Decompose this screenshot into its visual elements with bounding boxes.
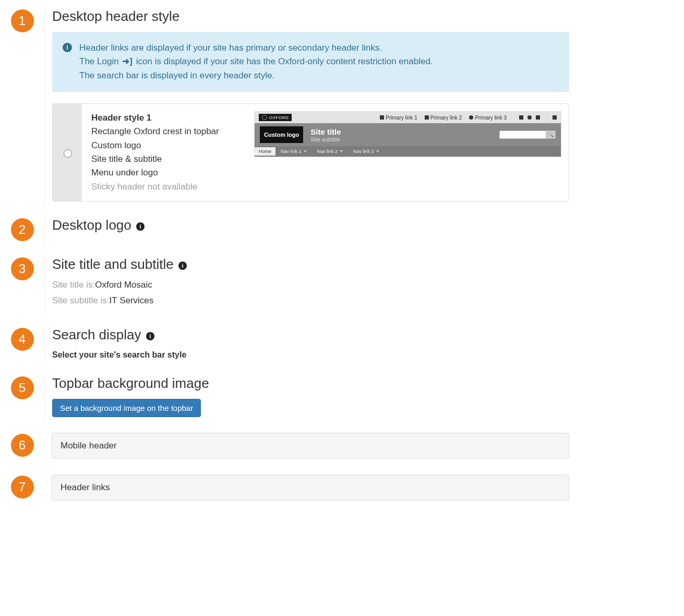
step-badge-6: 6	[11, 434, 34, 457]
alert-line-1: Header links are displayed if your site …	[79, 41, 433, 55]
oxford-crest: OXFORD	[259, 114, 292, 121]
step-badge-3: 3	[11, 257, 34, 280]
preview-site-subtitle: Site subtitle	[310, 136, 341, 143]
preview-site-title: Site title	[310, 127, 341, 136]
nav-link: Nav link 3	[348, 147, 385, 156]
primary-link-3: Primary link 3	[469, 115, 507, 121]
site-subtitle-row: Site subtitle is:IT Services	[52, 295, 569, 306]
login-preview-icon	[553, 115, 557, 120]
section-title-topbar-bg: Topbar background image	[52, 375, 569, 392]
site-title-row: Site title is:Oxford Mosaic	[52, 280, 569, 290]
option-title: Header style 1	[91, 111, 245, 125]
option-line: Menu under logo	[91, 166, 245, 180]
crest-icon	[262, 115, 267, 120]
nav-home: Home	[255, 147, 275, 156]
option-line: Site title & subtitle	[91, 152, 245, 166]
nav-link: Nav link 1	[275, 147, 312, 156]
nav-link: Nav link 2	[312, 147, 349, 156]
info-alert: i Header links are displayed if your sit…	[52, 32, 569, 92]
info-icon[interactable]: i	[136, 222, 145, 231]
header-style-1-radio[interactable]	[64, 149, 72, 158]
alert-line-2: The Login ➜] icon is displayed if your s…	[79, 55, 433, 68]
chevron-down-icon	[304, 150, 307, 152]
alert-line-3: The search bar is displayed in every hea…	[79, 69, 433, 82]
header-style-option-1[interactable]: Header style 1 Rectangle Oxford crest in…	[52, 103, 569, 202]
step-badge-2: 2	[11, 218, 34, 241]
option-line-muted: Sticky header not available	[91, 180, 245, 194]
search-help-text: Select your site's search bar style	[52, 350, 569, 360]
section-title-desktop-logo: Desktop logo i	[52, 217, 569, 233]
step-badge-4: 4	[11, 328, 34, 351]
section-title-desktop-header-style: Desktop header style	[52, 8, 569, 25]
option-radio-col[interactable]	[53, 104, 82, 201]
set-topbar-bg-button[interactable]: Set a background image on the topbar	[52, 399, 201, 417]
site-subtitle-value: IT Services	[110, 295, 154, 305]
panel-mobile-header[interactable]: Mobile header	[52, 433, 569, 459]
info-icon: i	[63, 43, 72, 52]
social-icon	[536, 115, 540, 120]
info-icon[interactable]: i	[146, 332, 154, 340]
primary-link-1: Primary link 1	[380, 115, 417, 121]
chevron-down-icon	[340, 150, 343, 152]
info-icon[interactable]: i	[178, 262, 187, 270]
preview-search: 🔍	[499, 131, 556, 139]
site-title-value: Oxford Mosaic	[95, 280, 152, 290]
social-icon	[527, 115, 532, 120]
section-title-site-title-subtitle: Site title and subtitle i	[52, 256, 569, 273]
link-icon	[425, 115, 429, 120]
section-title-search-display: Search display i	[52, 327, 569, 343]
link-icon	[469, 115, 473, 120]
custom-logo: Custom logo	[260, 126, 303, 143]
step-badge-5: 5	[11, 376, 34, 399]
option-text: Header style 1 Rectangle Oxford crest in…	[82, 104, 254, 201]
search-icon: 🔍	[546, 131, 556, 139]
link-icon	[380, 115, 384, 120]
primary-link-2: Primary link 2	[425, 115, 462, 121]
option-line: Rectangle Oxford crest in topbar	[91, 125, 245, 138]
login-icon: ➜]	[122, 55, 133, 68]
social-icon	[519, 115, 523, 120]
step-badge-7: 7	[11, 476, 34, 499]
option-line: Custom logo	[91, 139, 245, 152]
chevron-down-icon	[376, 150, 379, 152]
step-badge-1: 1	[11, 9, 34, 32]
header-preview: OXFORD Primary link 1 Primary link 2 Pri…	[254, 111, 561, 157]
panel-header-links[interactable]: Header links	[52, 475, 569, 501]
